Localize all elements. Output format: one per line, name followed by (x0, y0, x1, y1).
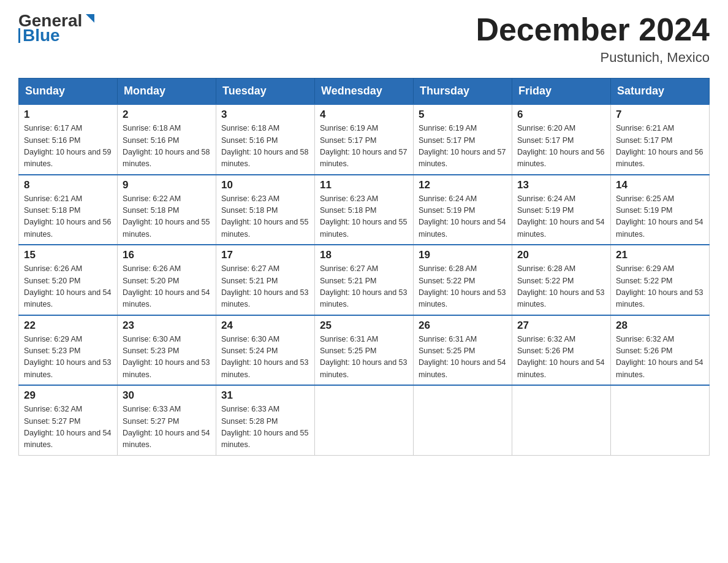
day-info: Sunrise: 6:32 AM Sunset: 5:26 PM Dayligh… (616, 334, 704, 381)
sunrise-label: Sunrise: 6:17 AM (24, 124, 82, 132)
day-number: 28 (616, 320, 704, 332)
day-number: 6 (517, 109, 605, 121)
day-info: Sunrise: 6:23 AM Sunset: 5:18 PM Dayligh… (221, 193, 309, 241)
table-row: 27 Sunrise: 6:32 AM Sunset: 5:26 PM Dayl… (512, 315, 611, 386)
day-number: 13 (517, 179, 605, 191)
logo-bar (18, 28, 20, 43)
daylight-label: Daylight: 10 hours and 55 minutes. (123, 218, 210, 238)
day-number: 21 (616, 249, 704, 261)
day-info: Sunrise: 6:28 AM Sunset: 5:22 PM Dayligh… (419, 263, 507, 311)
header-sunday: Sunday (19, 79, 118, 105)
sunset-label: Sunset: 5:16 PM (221, 136, 278, 145)
sunrise-label: Sunrise: 6:28 AM (419, 264, 477, 273)
table-row: 18 Sunrise: 6:27 AM Sunset: 5:21 PM Dayl… (315, 245, 414, 315)
day-info: Sunrise: 6:26 AM Sunset: 5:20 PM Dayligh… (24, 263, 112, 311)
day-number: 2 (123, 109, 211, 121)
table-row: 22 Sunrise: 6:29 AM Sunset: 5:23 PM Dayl… (19, 315, 118, 386)
sunset-label: Sunset: 5:19 PM (616, 206, 672, 215)
day-number: 26 (419, 320, 507, 332)
page-header: General Blue December 2024 Pustunich, Me… (18, 12, 710, 66)
table-row (315, 385, 414, 455)
sunset-label: Sunset: 5:20 PM (123, 277, 179, 285)
daylight-label: Daylight: 10 hours and 53 minutes. (221, 288, 308, 308)
table-row: 12 Sunrise: 6:24 AM Sunset: 5:19 PM Dayl… (414, 175, 512, 245)
day-info: Sunrise: 6:17 AM Sunset: 5:16 PM Dayligh… (24, 123, 112, 170)
daylight-label: Daylight: 10 hours and 54 minutes. (123, 288, 210, 308)
sunrise-label: Sunrise: 6:18 AM (123, 124, 181, 132)
day-number: 27 (517, 320, 605, 332)
sunset-label: Sunset: 5:22 PM (517, 277, 574, 285)
table-row: 28 Sunrise: 6:32 AM Sunset: 5:26 PM Dayl… (611, 315, 710, 386)
day-info: Sunrise: 6:28 AM Sunset: 5:22 PM Dayligh… (517, 263, 605, 311)
day-number: 23 (123, 320, 211, 332)
sunrise-label: Sunrise: 6:30 AM (221, 335, 279, 343)
calendar-week-row: 1 Sunrise: 6:17 AM Sunset: 5:16 PM Dayli… (19, 104, 710, 175)
sunrise-label: Sunrise: 6:23 AM (320, 194, 378, 203)
table-row: 29 Sunrise: 6:32 AM Sunset: 5:27 PM Dayl… (19, 385, 118, 455)
sunset-label: Sunset: 5:23 PM (24, 347, 80, 355)
sunrise-label: Sunrise: 6:24 AM (517, 194, 575, 203)
daylight-label: Daylight: 10 hours and 53 minutes. (616, 288, 703, 308)
sunset-label: Sunset: 5:22 PM (419, 277, 475, 285)
day-number: 14 (616, 179, 704, 191)
sunset-label: Sunset: 5:26 PM (517, 347, 574, 355)
day-info: Sunrise: 6:27 AM Sunset: 5:21 PM Dayligh… (320, 263, 408, 311)
sunset-label: Sunset: 5:20 PM (24, 277, 80, 285)
calendar-week-row: 29 Sunrise: 6:32 AM Sunset: 5:27 PM Dayl… (19, 385, 710, 455)
day-info: Sunrise: 6:20 AM Sunset: 5:17 PM Dayligh… (517, 123, 605, 170)
day-info: Sunrise: 6:29 AM Sunset: 5:23 PM Dayligh… (24, 334, 112, 381)
sunrise-label: Sunrise: 6:31 AM (419, 335, 477, 343)
sunset-label: Sunset: 5:17 PM (517, 136, 574, 145)
day-info: Sunrise: 6:19 AM Sunset: 5:17 PM Dayligh… (320, 123, 408, 170)
day-number: 1 (24, 109, 112, 121)
day-info: Sunrise: 6:23 AM Sunset: 5:18 PM Dayligh… (320, 193, 408, 241)
daylight-label: Daylight: 10 hours and 57 minutes. (320, 148, 407, 168)
day-number: 11 (320, 179, 408, 191)
daylight-label: Daylight: 10 hours and 58 minutes. (221, 148, 308, 168)
calendar-week-row: 8 Sunrise: 6:21 AM Sunset: 5:18 PM Dayli… (19, 175, 710, 245)
sunrise-label: Sunrise: 6:22 AM (123, 194, 181, 203)
day-info: Sunrise: 6:22 AM Sunset: 5:18 PM Dayligh… (123, 193, 211, 241)
day-number: 3 (221, 109, 309, 121)
daylight-label: Daylight: 10 hours and 54 minutes. (419, 218, 506, 238)
svg-marker-0 (86, 14, 94, 23)
day-info: Sunrise: 6:24 AM Sunset: 5:19 PM Dayligh… (517, 193, 605, 241)
daylight-label: Daylight: 10 hours and 55 minutes. (320, 218, 407, 238)
day-info: Sunrise: 6:18 AM Sunset: 5:16 PM Dayligh… (123, 123, 211, 170)
table-row: 31 Sunrise: 6:33 AM Sunset: 5:28 PM Dayl… (216, 385, 315, 455)
sunrise-label: Sunrise: 6:23 AM (221, 194, 279, 203)
sunrise-label: Sunrise: 6:24 AM (419, 194, 477, 203)
calendar-header-row: Sunday Monday Tuesday Wednesday Thursday… (19, 79, 710, 105)
header-monday: Monday (118, 79, 216, 105)
day-info: Sunrise: 6:26 AM Sunset: 5:20 PM Dayligh… (123, 263, 211, 311)
table-row: 20 Sunrise: 6:28 AM Sunset: 5:22 PM Dayl… (512, 245, 611, 315)
sunrise-label: Sunrise: 6:27 AM (221, 264, 279, 273)
sunset-label: Sunset: 5:23 PM (123, 347, 179, 355)
day-info: Sunrise: 6:33 AM Sunset: 5:28 PM Dayligh… (221, 404, 309, 451)
logo-text-blue: Blue (23, 27, 60, 44)
day-info: Sunrise: 6:32 AM Sunset: 5:26 PM Dayligh… (517, 334, 605, 381)
table-row: 6 Sunrise: 6:20 AM Sunset: 5:17 PM Dayli… (512, 104, 611, 175)
daylight-label: Daylight: 10 hours and 53 minutes. (517, 288, 604, 308)
daylight-label: Daylight: 10 hours and 58 minutes. (123, 148, 210, 168)
table-row: 24 Sunrise: 6:30 AM Sunset: 5:24 PM Dayl… (216, 315, 315, 386)
sunrise-label: Sunrise: 6:25 AM (616, 194, 674, 203)
logo: General Blue (18, 12, 97, 44)
sunrise-label: Sunrise: 6:30 AM (123, 335, 181, 343)
table-row: 14 Sunrise: 6:25 AM Sunset: 5:19 PM Dayl… (611, 175, 710, 245)
day-info: Sunrise: 6:32 AM Sunset: 5:27 PM Dayligh… (24, 404, 112, 451)
day-number: 31 (221, 389, 309, 402)
sunrise-label: Sunrise: 6:19 AM (320, 124, 378, 132)
daylight-label: Daylight: 10 hours and 53 minutes. (320, 358, 407, 378)
sunset-label: Sunset: 5:21 PM (221, 277, 278, 285)
daylight-label: Daylight: 10 hours and 54 minutes. (123, 429, 210, 449)
sunrise-label: Sunrise: 6:19 AM (419, 124, 477, 132)
sunset-label: Sunset: 5:18 PM (123, 206, 179, 215)
table-row: 19 Sunrise: 6:28 AM Sunset: 5:22 PM Dayl… (414, 245, 512, 315)
sunrise-label: Sunrise: 6:32 AM (616, 335, 674, 343)
table-row: 23 Sunrise: 6:30 AM Sunset: 5:23 PM Dayl… (118, 315, 216, 386)
sunrise-label: Sunrise: 6:21 AM (24, 194, 82, 203)
table-row: 25 Sunrise: 6:31 AM Sunset: 5:25 PM Dayl… (315, 315, 414, 386)
sunrise-label: Sunrise: 6:32 AM (517, 335, 575, 343)
daylight-label: Daylight: 10 hours and 56 minutes. (24, 218, 111, 238)
